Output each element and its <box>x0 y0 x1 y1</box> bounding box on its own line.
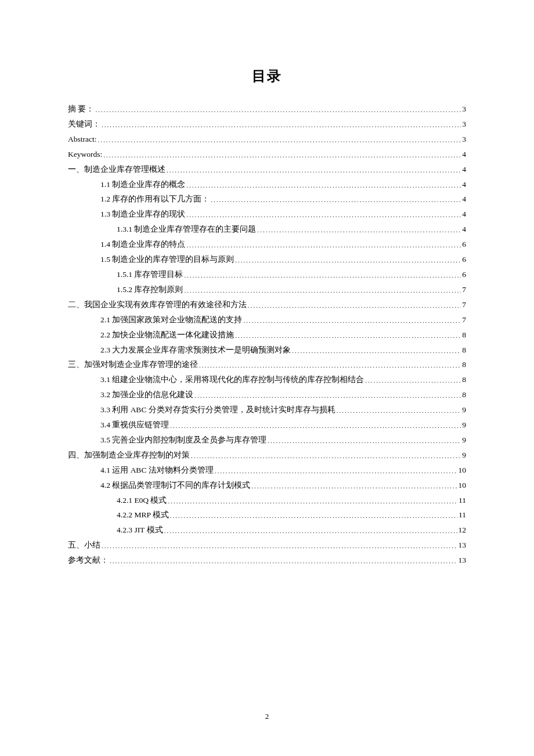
toc-leader-dots <box>243 313 461 328</box>
toc-entry-label: 一、制造企业库存管理概述 <box>68 162 165 177</box>
toc-entry-page: 11 <box>459 507 466 523</box>
toc-entry-page: 10 <box>459 478 467 493</box>
toc-leader-dots <box>164 523 457 538</box>
toc-entry[interactable]: 3.1 组建企业物流中心，采用将现代化的库存控制与传统的库存控制相结合8 <box>68 372 466 387</box>
toc-entry-page: 8 <box>462 387 466 402</box>
toc-entry-page: 7 <box>462 312 466 327</box>
toc-entry[interactable]: 4.1 运用 ABC 法对物料分类管理 10 <box>68 463 466 478</box>
toc-entry[interactable]: 参考文献：13 <box>68 553 466 568</box>
toc-leader-dots <box>102 538 457 553</box>
toc-entry-label: 1.5.2 库存控制原则 <box>117 282 183 297</box>
toc-leader-dots <box>103 147 461 163</box>
toc-entry[interactable]: 关键词：3 <box>68 117 466 132</box>
toc-entry-label: 3.1 组建企业物流中心，采用将现代化的库存控制与传统的库存控制相结合 <box>100 372 364 387</box>
toc-leader-dots <box>268 433 461 448</box>
toc-entry[interactable]: 三、加强对制造企业库存管理的途径8 <box>68 357 466 372</box>
toc-entry-page: 7 <box>462 297 466 312</box>
toc-entry-label: 摘 要： <box>68 102 94 117</box>
toc-entry-page: 12 <box>459 523 467 538</box>
toc-leader-dots <box>110 553 457 568</box>
toc-entry[interactable]: 二、我国企业实现有效库存管理的有效途径和方法7 <box>68 297 466 312</box>
toc-leader-dots <box>235 253 461 268</box>
toc-leader-dots <box>170 508 457 523</box>
toc-entry-label: 2.1 加强国家政策对企业物流配送的支持 <box>100 312 242 327</box>
toc-entry[interactable]: 2.3 大力发展企业库存需求预测技术一是明确预测对象8 <box>68 343 466 358</box>
toc-entry-label: 4.2 根据品类管理制订不同的库存计划模式 <box>100 478 250 493</box>
toc-entry-label: 1.1 制造企业库存的概念 <box>100 177 185 192</box>
toc-entry[interactable]: Keywords:4 <box>68 147 466 162</box>
toc-entry[interactable]: 4.2.3 JIT 模式 12 <box>68 523 466 538</box>
toc-entry-page: 4 <box>462 147 466 162</box>
toc-leader-dots <box>95 102 461 117</box>
toc-entry[interactable]: 3.3 利用 ABC 分类对存货实行分类管理，及时统计实时库存与损耗 9 <box>68 402 466 417</box>
toc-entry-label: 1.4 制造企业库存的特点 <box>100 237 185 252</box>
toc-entry-label: 1.5 制造企业的库存管理的目标与原则 <box>100 252 234 267</box>
toc-entry[interactable]: 3.4 重视供应链管理9 <box>68 417 466 433</box>
toc-entry[interactable]: 1.5 制造企业的库存管理的目标与原则6 <box>68 252 466 267</box>
toc-entry-label: 1.3 制造企业库存的现状 <box>100 207 185 222</box>
toc-entry-label: 关键词： <box>68 117 100 132</box>
toc-entry[interactable]: 4.2.1 E0Q 模式 11 <box>68 493 466 508</box>
toc-entry[interactable]: 1.2 库存的作用有以下几方面：4 <box>68 192 466 207</box>
toc-entry[interactable]: 五、小结13 <box>68 538 466 553</box>
toc-entry-page: 8 <box>462 357 466 372</box>
toc-leader-dots <box>102 117 461 132</box>
toc-entry-label: 4.2.2 MRP 模式 <box>117 507 169 523</box>
toc-leader-dots <box>235 328 461 343</box>
toc-entry[interactable]: 1.3.1 制造企业库存管理存在的主要问题4 <box>68 222 466 237</box>
toc-entry-label: 参考文献： <box>68 553 109 568</box>
toc-entry-page: 8 <box>462 372 466 387</box>
toc-entry[interactable]: 1.4 制造企业库存的特点6 <box>68 237 466 252</box>
toc-entry[interactable]: 3.5 完善企业内部控制制度及全员参与库存管理9 <box>68 433 466 448</box>
toc-entry[interactable]: 2.2 加快企业物流配送一体化建设措施8 <box>68 327 466 343</box>
toc-entry[interactable]: 2.1 加强国家政策对企业物流配送的支持7 <box>68 312 466 327</box>
toc-entry-page: 9 <box>462 433 466 448</box>
toc-entry-page: 4 <box>462 207 466 222</box>
toc-entry[interactable]: 1.5.2 库存控制原则7 <box>68 282 466 297</box>
page-number: 2 <box>0 712 534 721</box>
toc-entry[interactable]: 1.5.1 库存管理目标6 <box>68 267 466 282</box>
toc-leader-dots <box>167 163 461 178</box>
toc-entry[interactable]: 4.2.2 MRP 模式 11 <box>68 507 466 523</box>
toc-entry-page: 6 <box>462 237 466 252</box>
toc-entry-page: 4 <box>462 192 466 207</box>
toc-entry-page: 11 <box>459 493 466 508</box>
toc-entry-label: Keywords: <box>68 147 102 162</box>
toc-entry[interactable]: Abstract:3 <box>68 132 466 147</box>
toc-entry[interactable]: 摘 要：3 <box>68 102 466 117</box>
toc-entry-page: 8 <box>462 343 466 358</box>
toc-leader-dots <box>337 403 461 418</box>
toc-entry[interactable]: 一、制造企业库存管理概述4 <box>68 162 466 177</box>
toc-leader-dots <box>199 358 461 373</box>
toc-entry-label: 五、小结 <box>68 538 100 553</box>
toc-entry-label: 2.2 加快企业物流配送一体化建设措施 <box>100 327 234 343</box>
toc-entry[interactable]: 四、加强制造企业库存控制的对策9 <box>68 448 466 463</box>
toc-leader-dots <box>186 178 461 193</box>
toc-entry-page: 7 <box>462 282 466 297</box>
document-page: 目录 摘 要：3关键词：3Abstract:3Keywords:4一、制造企业库… <box>0 0 534 568</box>
toc-entry-label: 2.3 大力发展企业库存需求预测技术一是明确预测对象 <box>100 343 291 358</box>
toc-entry-page: 6 <box>462 267 466 282</box>
toc-entry-label: 4.2.3 JIT 模式 <box>117 523 163 538</box>
toc-entry-page: 9 <box>462 448 466 463</box>
toc-entry-label: 1.5.1 库存管理目标 <box>117 267 183 282</box>
toc-entry[interactable]: 4.2 根据品类管理制订不同的库存计划模式10 <box>68 478 466 493</box>
toc-entry-page: 13 <box>459 553 467 568</box>
toc-entry-page: 3 <box>462 132 466 147</box>
toc-entry-label: 三、加强对制造企业库存管理的途径 <box>68 357 198 372</box>
toc-leader-dots <box>184 283 461 298</box>
toc-leader-dots <box>186 237 461 253</box>
toc-leader-dots <box>248 298 461 313</box>
toc-entry-label: 4.1 运用 ABC 法对物料分类管理 <box>100 463 214 478</box>
toc-entry-label: 3.2 加强企业的信息化建设 <box>100 387 193 402</box>
toc-entry[interactable]: 3.2 加强企业的信息化建设8 <box>68 387 466 402</box>
toc-entry[interactable]: 1.1 制造企业库存的概念4 <box>68 177 466 192</box>
toc-entry-page: 8 <box>462 327 466 343</box>
toc-entry-page: 10 <box>459 463 467 478</box>
toc-leader-dots <box>365 373 461 388</box>
toc-leader-dots <box>168 494 458 509</box>
toc-entry[interactable]: 1.3 制造企业库存的现状4 <box>68 207 466 222</box>
toc-leader-dots <box>215 463 457 478</box>
toc-leader-dots <box>211 192 461 207</box>
toc-entry-label: 3.5 完善企业内部控制制度及全员参与库存管理 <box>100 433 266 448</box>
